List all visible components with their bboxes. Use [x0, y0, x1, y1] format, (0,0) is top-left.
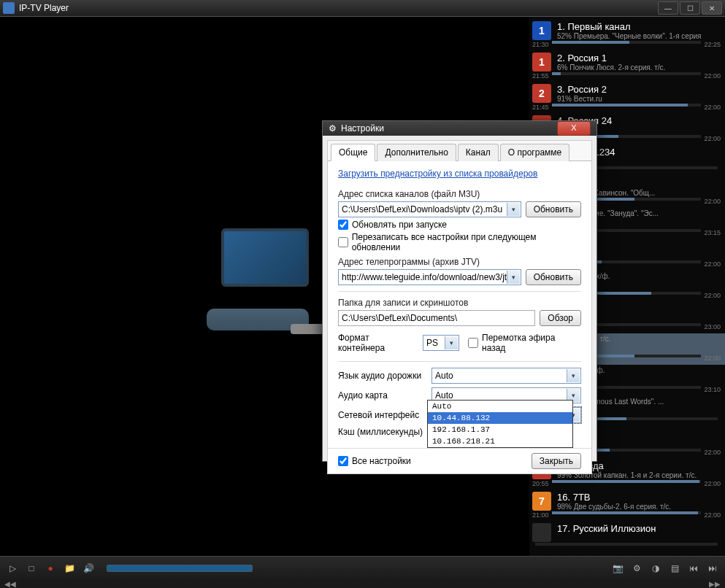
m3u-label: Адрес списка каналов (файл M3U): [338, 189, 581, 199]
channel-time-end: 22:00: [704, 449, 721, 456]
browse-button[interactable]: Обзор: [540, 310, 581, 326]
channel-item[interactable]: 1 2. Россия 1 6% Пончик Люся. 2-я серия.…: [529, 51, 725, 82]
channel-time-end: 22:00: [704, 135, 721, 142]
minimize-button[interactable]: —: [658, 1, 678, 15]
audio-lang-select[interactable]: Auto▾: [431, 368, 581, 384]
cache-label: Кэш (миллисекунды): [338, 427, 431, 437]
scroll-right-icon[interactable]: ▶▶: [709, 580, 721, 588]
container-select[interactable]: PS▾: [423, 335, 459, 351]
tab-general[interactable]: Общие: [331, 144, 375, 161]
channel-time-start: 21:30: [532, 41, 549, 48]
channel-title: 3. Россия 2: [557, 84, 721, 95]
dialog-close-button[interactable]: X: [557, 121, 591, 136]
playlist-button[interactable]: ▤: [668, 562, 681, 575]
audio-lang-label: Язык аудио дорожки: [338, 371, 431, 381]
chevron-down-icon[interactable]: ▾: [507, 203, 520, 216]
all-settings-checkbox[interactable]: Все настройки: [338, 456, 411, 466]
volume-button[interactable]: 🔊: [82, 562, 95, 575]
tab-channel[interactable]: Канал: [458, 144, 499, 161]
channel-title: 2. Россия 1: [557, 53, 721, 63]
m3u-update-button[interactable]: Обновить: [526, 201, 581, 217]
tab-advanced[interactable]: Дополнительно: [377, 144, 456, 161]
jtv-input[interactable]: http://www.teleguide.info/download/new3/…: [338, 269, 521, 285]
folder-input[interactable]: [338, 310, 535, 326]
dialog-titlebar[interactable]: ⚙ Настройки X: [323, 121, 597, 136]
schedule-button[interactable]: ◑: [649, 562, 662, 575]
dialog-close-btn[interactable]: Закрыть: [532, 453, 581, 469]
channel-progress: [552, 480, 702, 483]
channel-time-end: 22:00: [704, 198, 721, 205]
channel-item[interactable]: 2 3. Россия 2 91% Вести.ru 21:45 22:00: [529, 82, 725, 114]
app-icon: [3, 2, 15, 14]
titlebar: IP-TV Player — ☐ ✕: [0, 0, 725, 17]
channel-time-end: 23:15: [704, 229, 721, 236]
channel-progress: [552, 511, 702, 514]
jtv-update-button[interactable]: Обновить: [526, 269, 581, 285]
play-button[interactable]: ▷: [6, 562, 19, 575]
channel-time-end: 22:00: [704, 292, 721, 299]
snapshot-button[interactable]: 📷: [611, 562, 624, 575]
channel-item[interactable]: 7 16. 7ТВ 98% Две судьбы-2. 6-я серия. т…: [529, 490, 725, 522]
overwrite-checkbox[interactable]: Перезаписать все настройки при следующем…: [338, 232, 581, 252]
dialog-title: Настройки: [341, 123, 384, 134]
maximize-button[interactable]: ☐: [680, 1, 700, 15]
channel-time-end: 22:00: [704, 480, 721, 487]
channel-logo: 1: [532, 21, 551, 40]
channel-time-end: 22:00: [704, 511, 721, 519]
chevron-down-icon[interactable]: ▾: [445, 336, 458, 349]
channel-time-end: 22:25: [704, 41, 721, 48]
startup-checkbox[interactable]: Обновлять при запуске: [338, 220, 581, 230]
channel-time-end: 23:10: [704, 386, 721, 393]
channel-logo: 7: [532, 492, 551, 511]
prev-button[interactable]: ⏮: [687, 562, 700, 575]
channel-progress: [552, 104, 702, 107]
app-title: IP-TV Player: [19, 3, 69, 13]
jtv-label: Адрес телепрограммы (архив JTV): [338, 257, 581, 267]
channel-logo: 1: [532, 53, 551, 71]
volume-slider[interactable]: [107, 565, 253, 572]
channel-logo: 2: [532, 84, 551, 103]
tab-about[interactable]: О программе: [500, 144, 569, 161]
container-label: Формат контейнера: [338, 333, 418, 353]
tv-placeholder-icon: [199, 228, 331, 345]
channel-item[interactable]: 1 1. Первый канал 52% Премьера. "Черные …: [529, 20, 725, 51]
channel-program: 98% Две судьбы-2. 6-я серия. т/с.: [557, 503, 721, 511]
dropdown-option[interactable]: 192.168.1.37: [428, 424, 572, 436]
rewind-checkbox[interactable]: Перемотка эфира назад: [468, 333, 581, 353]
close-button[interactable]: ✕: [702, 1, 722, 15]
channel-item[interactable]: 17. Русский Иллюзион: [529, 522, 725, 553]
netif-dropdown-list[interactable]: Auto10.44.88.132192.168.1.3710.168.218.2…: [427, 400, 573, 448]
channel-title: 1. Первый канал: [557, 21, 721, 32]
channel-time-start: 21:45: [532, 104, 549, 111]
scroll-left-icon[interactable]: ◀◀: [4, 580, 16, 588]
channel-progress: [552, 41, 702, 44]
channel-time-end: 22:00: [704, 260, 721, 268]
folder-label: Папка для записи и скриншотов: [338, 298, 581, 308]
chevron-down-icon[interactable]: ▾: [567, 369, 580, 382]
gear-icon: ⚙: [329, 123, 337, 134]
dropdown-option[interactable]: 10.44.88.132: [428, 412, 572, 424]
chevron-down-icon[interactable]: ▾: [507, 271, 520, 284]
channel-progress: [535, 543, 718, 546]
channel-program: 91% Вести.ru: [557, 95, 721, 103]
next-button[interactable]: ⏭: [706, 562, 719, 575]
audio-card-label: Аудио карта: [338, 390, 431, 401]
dropdown-option[interactable]: 10.168.218.21: [428, 436, 572, 447]
dialog-tabs: Общие Дополнительно Канал О программе: [328, 141, 591, 161]
dropdown-option[interactable]: Auto: [428, 401, 572, 412]
channel-logo: [532, 523, 551, 542]
bottom-scrollbar[interactable]: ◀◀ ▶▶: [0, 580, 725, 588]
m3u-input[interactable]: C:\Users\DefLexi\Downloads\iptv (2).m3u▾: [338, 201, 521, 217]
record-button[interactable]: ●: [44, 562, 57, 575]
stop-button[interactable]: □: [25, 562, 38, 575]
settings-button[interactable]: ⚙: [630, 562, 643, 575]
player-controls: ▷ □ ● 📁 🔊 📷 ⚙ ◑ ▤ ⏮ ⏭: [0, 556, 725, 580]
channel-time-end: 23:00: [704, 323, 721, 330]
channel-program: 6% Пончик Люся. 2-я серия. т/с.: [557, 63, 721, 71]
channel-time-end: 22:00: [704, 355, 721, 362]
netif-label: Сетевой интерфейс: [338, 410, 431, 420]
preset-link[interactable]: Загрузить преднастройку из списка провай…: [338, 169, 537, 179]
channel-time-start: 21:55: [532, 72, 549, 80]
channel-time-start: 20:55: [532, 480, 549, 487]
open-button[interactable]: 📁: [63, 562, 76, 575]
